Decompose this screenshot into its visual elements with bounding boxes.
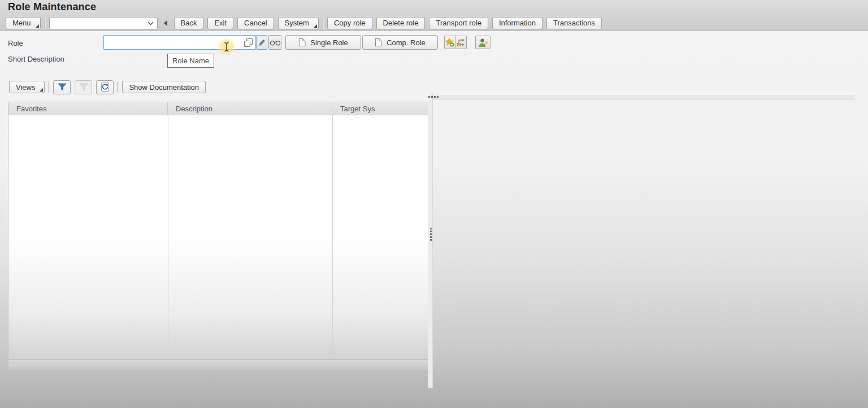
funnel-icon: [57, 83, 67, 92]
delete-role-button[interactable]: Delete role: [376, 17, 426, 29]
tooltip-text: Role Name: [172, 57, 209, 65]
left-triangle-icon: [164, 20, 168, 26]
vertical-splitter[interactable]: [428, 93, 433, 388]
column-divider: [332, 115, 333, 360]
refresh-icon: [100, 82, 110, 92]
column-divider: [168, 115, 168, 360]
distribute-button[interactable]: [455, 36, 467, 49]
toolbar-separator: [45, 18, 45, 29]
page-title: Role Maintenance: [8, 1, 96, 13]
back-button[interactable]: Back: [174, 17, 204, 29]
back-button-label: Back: [181, 19, 197, 27]
text-cursor-icon: [224, 42, 229, 52]
information-button[interactable]: Information: [492, 17, 542, 29]
exit-button-label: Exit: [214, 19, 227, 27]
funnel-disabled-icon: [79, 83, 89, 92]
command-input[interactable]: [50, 18, 146, 29]
command-field[interactable]: [49, 17, 158, 29]
table-header-row: Favorites Description Target Sys: [8, 102, 428, 115]
add-favorite-button[interactable]: [444, 36, 455, 49]
copy-icon[interactable]: [244, 38, 253, 47]
splitter-grip-icon[interactable]: [428, 96, 439, 98]
single-role-button[interactable]: Single Role: [285, 35, 361, 50]
toolbar-separator: [323, 18, 323, 29]
information-label: Information: [499, 19, 536, 27]
user-assignment-button[interactable]: [475, 36, 491, 49]
favorites-table: Favorites Description Target Sys: [8, 102, 428, 370]
dropdown-corner-icon: [314, 24, 317, 28]
dropdown-corner-icon: [40, 88, 43, 92]
table-footer-bar[interactable]: [8, 359, 428, 370]
transactions-button[interactable]: Transactions: [546, 17, 602, 29]
branch-arrows-icon: [457, 38, 466, 47]
menu-button[interactable]: Menu: [6, 17, 41, 29]
show-documentation-button[interactable]: Show Documentation: [122, 81, 206, 93]
splitter-grip-icon[interactable]: [430, 228, 432, 241]
views-button[interactable]: Views: [9, 81, 45, 93]
mouse-cursor: [218, 38, 235, 55]
system-button[interactable]: System: [278, 17, 319, 29]
delete-filter-button: [75, 80, 92, 94]
transactions-label: Transactions: [553, 19, 595, 27]
show-documentation-label: Show Documentation: [129, 83, 199, 92]
table-body[interactable]: [8, 115, 428, 360]
comp-role-label: Comp. Role: [387, 38, 426, 47]
single-role-label: Single Role: [310, 38, 348, 47]
change-button[interactable]: [256, 35, 267, 50]
chevron-down-icon[interactable]: [147, 21, 154, 25]
views-toolbar: Views Show Documentation: [9, 80, 206, 94]
pencil-icon: [258, 38, 266, 46]
menu-button-label: Menu: [12, 19, 31, 27]
role-label: Role: [8, 39, 23, 47]
cancel-button[interactable]: Cancel: [237, 17, 274, 29]
document-icon: [298, 38, 306, 47]
exit-button[interactable]: Exit: [207, 17, 233, 29]
transport-role-button[interactable]: Transport role: [429, 17, 488, 29]
display-button[interactable]: [268, 35, 281, 50]
toolbar-separator: [118, 81, 118, 93]
person-icon: [478, 38, 489, 47]
short-description-label: Short Description: [8, 55, 64, 63]
document-icon: [375, 38, 382, 47]
star-plus-icon: [445, 38, 454, 47]
toolbar-separator: [49, 81, 49, 93]
app-header: Role Maintenance Menu Back Exit Cancel: [0, 0, 868, 31]
column-header-favorites[interactable]: Favorites: [8, 102, 168, 115]
cancel-button-label: Cancel: [244, 19, 267, 27]
system-button-label: System: [285, 19, 309, 27]
filter-button[interactable]: [53, 80, 71, 94]
glasses-icon: [270, 39, 281, 46]
horizontal-splitter[interactable]: [433, 94, 854, 100]
column-header-target-sys[interactable]: Target Sys: [332, 102, 428, 115]
copy-role-label: Copy role: [334, 19, 366, 27]
role-name-tooltip: Role Name: [167, 54, 214, 68]
top-toolbar: Menu Back Exit Cancel System: [6, 16, 602, 29]
delete-role-label: Delete role: [383, 19, 419, 27]
transport-role-label: Transport role: [436, 19, 481, 27]
views-button-label: Views: [16, 83, 35, 92]
dropdown-corner-icon: [36, 24, 39, 28]
command-history-button[interactable]: [162, 17, 170, 29]
column-header-description[interactable]: Description: [168, 102, 332, 115]
copy-role-button[interactable]: Copy role: [327, 17, 372, 29]
comp-role-button[interactable]: Comp. Role: [362, 35, 438, 50]
refresh-button[interactable]: [96, 80, 114, 94]
